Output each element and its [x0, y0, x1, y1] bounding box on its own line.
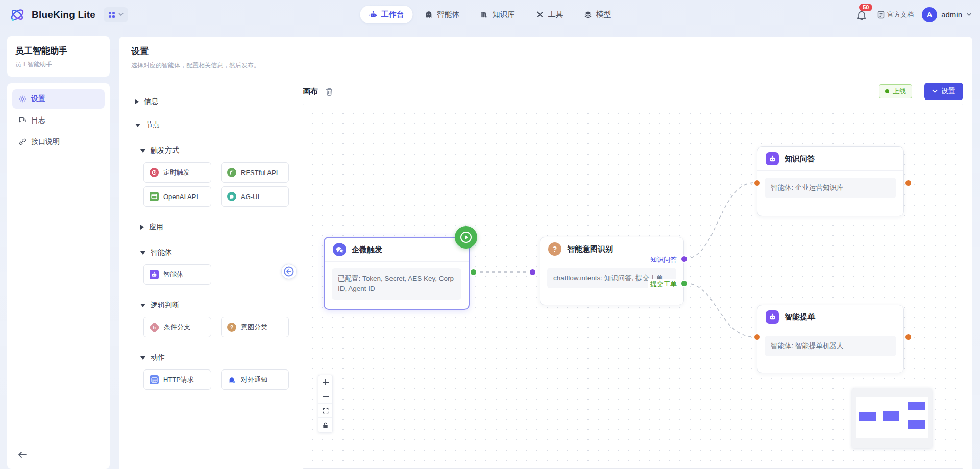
port-ticket-output[interactable]	[905, 334, 911, 340]
node-header: 智能提单	[757, 305, 903, 329]
group-header-action[interactable]: 动作	[140, 353, 277, 363]
minimap-node	[859, 412, 876, 421]
gear-icon	[18, 95, 27, 103]
canvas-title: 画布	[303, 87, 318, 96]
palette-group-app: 应用	[135, 222, 277, 232]
workbench: 信息 节点 触发方式	[119, 77, 972, 469]
minimap-node	[908, 402, 925, 410]
nav-item-knowledge[interactable]: 知识库	[472, 6, 524, 23]
palette-item-label: HTTP请求	[163, 375, 194, 384]
nav-item-agents[interactable]: 智能体	[416, 6, 469, 23]
palette-group-action: 动作 HTTP HTTP请求	[135, 353, 277, 390]
notifications-button[interactable]: 50	[854, 7, 869, 22]
run-play-button[interactable]	[455, 226, 477, 249]
node-title: 智能提单	[785, 312, 815, 322]
palette-item-restful-api[interactable]: RESTful API	[221, 162, 289, 183]
edge-intent-to-ticket	[685, 283, 754, 337]
nav-item-label: 工具	[548, 10, 564, 19]
settings-panel: 设置 选择对应的智能体，配置相关信息，然后发布。 信息 节点 触发方式	[119, 37, 972, 469]
node-body: 智能体: 企业运营知识库	[757, 171, 903, 205]
node-title: 智能意图识别	[567, 244, 613, 254]
notify-bell-icon	[227, 375, 236, 384]
palette-group-agent: 智能体 智能体	[135, 248, 277, 285]
port-wecom-output[interactable]	[471, 269, 476, 275]
palette-item-agent[interactable]: 智能体	[143, 264, 211, 285]
nav-item-label: 模型	[596, 10, 611, 19]
palette-item-ag-ui[interactable]: AG-UI	[221, 186, 289, 207]
node-wecom-trigger[interactable]: 企微触发 已配置: Token, Secret, AES Key, Corp I…	[324, 237, 470, 310]
workspace-switcher[interactable]	[104, 7, 128, 22]
question-icon: ?	[548, 242, 561, 256]
canvas-settings-button[interactable]: 设置	[924, 83, 963, 100]
node-knowledge-qa[interactable]: 知识问答 智能体: 企业运营知识库	[757, 146, 904, 216]
palette-item-label: RESTful API	[241, 169, 278, 177]
user-menu[interactable]: A admin	[922, 7, 972, 22]
app-sidebar: 员工智能助手 员工智能助手 设置 日志	[7, 36, 110, 469]
palette-item-notify[interactable]: 对外通知	[221, 369, 289, 390]
port-kbqa-output[interactable]	[905, 180, 911, 186]
node-smart-ticket[interactable]: 智能提单 智能体: 智能提单机器人	[757, 305, 904, 373]
minimap-node	[883, 411, 899, 421]
palette-collapse-button[interactable]	[281, 264, 297, 279]
ghost-icon	[425, 10, 433, 19]
edge-intent-to-kbqa	[685, 183, 754, 259]
group-header-trigger[interactable]: 触发方式	[140, 145, 277, 156]
fit-view-button[interactable]	[318, 404, 332, 418]
group-header-app[interactable]: 应用	[140, 222, 277, 232]
brand[interactable]: BlueKing Lite	[8, 6, 95, 24]
palette-item-condition-branch[interactable]: b 条件分支	[143, 317, 211, 337]
flow-canvas[interactable]: 企微触发 已配置: Token, Secret, AES Key, Corp I…	[303, 104, 963, 469]
node-body: 智能体: 智能提单机器人	[757, 329, 903, 363]
node-intent-recognition[interactable]: ? 智能意图识别 chatflow.intents: 知识问答, 提交工单 知识…	[540, 237, 684, 305]
minimap-node	[908, 420, 925, 429]
sidebar-item-api-docs[interactable]: 接口说明	[12, 132, 105, 152]
palette-item-http-request[interactable]: HTTP HTTP请求	[143, 369, 211, 390]
palette-grid: 定时触发 RESTful API	[140, 162, 277, 207]
nav-item-workbench[interactable]: 工作台	[360, 6, 413, 23]
palette-item-openai-api[interactable]: OpenAI API	[143, 186, 211, 207]
tools-icon	[536, 10, 545, 19]
node-body: chatflow.intents: 知识问答, 提交工单	[540, 261, 683, 295]
canvas-toolbar: 画布 上线 设置	[303, 83, 963, 100]
port-kbqa-input[interactable]	[754, 180, 760, 186]
minimap[interactable]	[852, 388, 932, 448]
palette-section-nodes[interactable]: 节点	[135, 120, 277, 130]
online-dot-icon	[885, 89, 889, 93]
docs-link[interactable]: 官方文档	[877, 10, 914, 19]
caret-down-icon	[140, 149, 145, 153]
nav-item-models[interactable]: 模型	[575, 6, 620, 23]
rest-api-icon	[227, 168, 236, 177]
brand-name: BlueKing Lite	[32, 9, 95, 20]
settings-header: 设置 选择对应的智能体，配置相关信息，然后发布。	[119, 37, 972, 77]
chevron-down-icon	[932, 89, 938, 93]
palette-item-timer-trigger[interactable]: 定时触发	[143, 162, 211, 183]
palette-item-label: 意图分类	[241, 323, 267, 332]
back-button[interactable]	[12, 448, 33, 462]
nav-item-label: 知识库	[493, 10, 516, 19]
sidebar-item-logs[interactable]: 日志	[12, 111, 105, 130]
node-config-summary: 已配置: Token, Secret, AES Key, Corp ID, Ag…	[332, 268, 461, 300]
avatar: A	[922, 7, 937, 22]
link-icon	[18, 138, 27, 146]
port-ticket-input[interactable]	[754, 334, 760, 340]
group-header-agent[interactable]: 智能体	[140, 248, 277, 258]
palette-section-info[interactable]: 信息	[135, 96, 277, 107]
port-intent-output-kbqa[interactable]	[681, 256, 687, 262]
top-navbar: BlueKing Lite 工作台	[0, 0, 980, 29]
zoom-in-button[interactable]	[318, 375, 332, 389]
group-label: 触发方式	[151, 146, 179, 155]
chevron-down-icon	[118, 13, 124, 16]
lock-button[interactable]	[318, 418, 332, 432]
palette-item-intent-classify[interactable]: ? 意图分类	[221, 317, 289, 337]
zoom-out-button[interactable]	[318, 389, 332, 404]
group-label: 动作	[151, 353, 165, 362]
group-header-logic[interactable]: 逻辑判断	[140, 300, 277, 310]
sidebar-item-settings[interactable]: 设置	[12, 89, 105, 109]
output-label-kbqa: 知识问答	[648, 255, 679, 265]
port-intent-input[interactable]	[530, 269, 535, 275]
nav-item-tools[interactable]: 工具	[527, 6, 572, 23]
caret-down-icon	[140, 356, 145, 360]
group-label: 智能体	[151, 248, 172, 257]
trash-icon[interactable]	[325, 87, 333, 96]
port-intent-output-ticket[interactable]	[681, 281, 687, 286]
